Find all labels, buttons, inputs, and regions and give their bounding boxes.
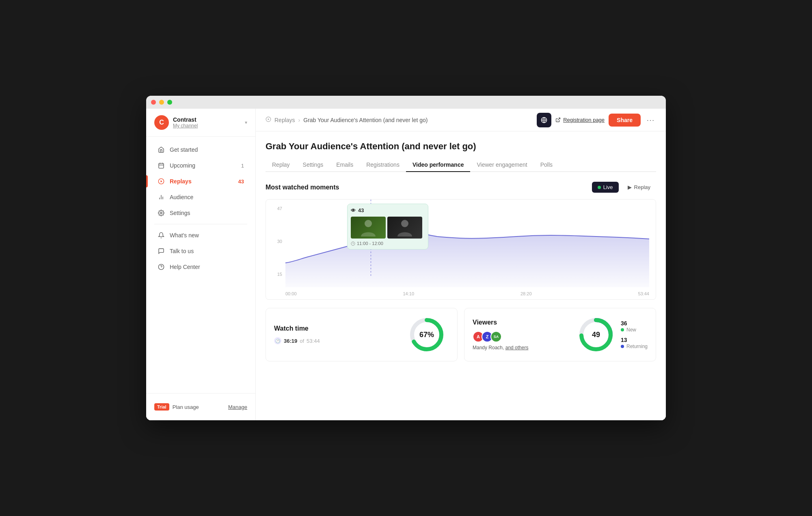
toggle-replay-label: Replay [634, 184, 650, 190]
sidebar-item-replays[interactable]: Replays 43 [149, 174, 252, 189]
y-label-30: 30 [277, 239, 282, 244]
trial-badge: Trial [154, 403, 169, 411]
viewers-names-text: Mandy Roach, [473, 345, 504, 350]
chart-toggle: Live ▶ Replay [592, 182, 656, 193]
brand-logo: C [154, 115, 169, 130]
breadcrumb-section[interactable]: Replays [274, 117, 295, 123]
viewers-donut: 49 [578, 316, 614, 353]
tooltip-count: 43 [358, 207, 364, 213]
calendar-icon [158, 162, 165, 169]
viewers-right: 49 36 New [578, 316, 648, 353]
watch-time-percentage: 67% [419, 331, 434, 339]
settings-icon [158, 209, 165, 217]
viewers-new-count: 36 [621, 320, 636, 327]
main-content: Replays › Grab Your Audience's Attention… [256, 109, 666, 420]
manage-link[interactable]: Manage [228, 404, 247, 410]
watch-time-donut: 67% [408, 316, 445, 353]
replay-arrow-icon: ▶ [628, 184, 632, 190]
watch-time-right: 67% [408, 316, 449, 353]
tooltip-thumb-1 [351, 217, 386, 239]
sidebar-item-get-started[interactable]: Get started [149, 142, 252, 157]
maximize-dot[interactable] [167, 100, 172, 105]
message-circle-icon [158, 247, 165, 255]
sidebar-item-audience-label: Audience [170, 194, 244, 200]
topbar-actions: Registration page Share ⋯ [537, 113, 656, 127]
watch-time-left: Watch time 🕐 36:19 of 53:44 [274, 325, 408, 344]
sidebar-item-audience[interactable]: Audience [149, 189, 252, 205]
app-window: C Contrast My channel ▾ Get started [146, 96, 666, 420]
close-dot[interactable] [151, 100, 156, 105]
viewers-title: Viewers [473, 319, 578, 326]
svg-rect-0 [159, 163, 164, 168]
sidebar-item-upcoming[interactable]: Upcoming 1 [149, 158, 252, 173]
globe-button[interactable] [537, 113, 551, 127]
viewers-and-others-link[interactable]: and others [505, 345, 529, 350]
sidebar-item-help-center-label: Help Center [170, 264, 244, 270]
clock-icon: 🕐 [274, 337, 281, 344]
more-options-button[interactable]: ⋯ [645, 114, 656, 127]
sidebar-item-upcoming-label: Upcoming [170, 162, 236, 169]
viewers-legend: 36 New 13 [621, 320, 648, 349]
viewers-names: Mandy Roach, and others [473, 345, 578, 350]
svg-marker-13 [268, 118, 270, 120]
viewers-returning-count: 13 [621, 337, 648, 343]
help-circle-icon [158, 263, 165, 271]
sidebar-item-whats-new-label: What's new [170, 232, 244, 239]
svg-point-18 [365, 220, 372, 227]
breadcrumb-page: Grab Your Audience's Attention (and neve… [303, 117, 428, 123]
tab-registrations[interactable]: Registrations [360, 158, 406, 172]
toggle-replay-button[interactable]: ▶ Replay [622, 182, 656, 193]
tab-polls[interactable]: Polls [534, 158, 559, 172]
sidebar-nav: Get started Upcoming 1 Replays 43 [146, 137, 255, 393]
app-body: C Contrast My channel ▾ Get started [146, 109, 666, 420]
viewers-new-label: New [626, 327, 636, 333]
watch-time-of: of [300, 338, 304, 344]
sidebar-divider [154, 224, 247, 224]
toggle-live-button[interactable]: Live [592, 182, 619, 193]
registration-page-button[interactable]: Registration page [555, 117, 605, 123]
returning-dot [621, 345, 624, 348]
tab-settings[interactable]: Settings [296, 158, 330, 172]
tab-video-performance[interactable]: Video performance [406, 158, 471, 172]
bar-chart-icon [158, 194, 165, 201]
tab-replay[interactable]: Replay [266, 158, 296, 172]
viewers-total: 49 [592, 331, 600, 339]
tabs: Replay Settings Emails Registrations Vid… [266, 158, 656, 172]
viewers-returning-label: Returning [626, 344, 648, 349]
x-label-0: 00:00 [285, 291, 297, 296]
tab-viewer-engagement[interactable]: Viewer engagement [470, 158, 533, 172]
topbar: Replays › Grab Your Audience's Attention… [256, 109, 666, 131]
watch-time-main: 36:19 [284, 338, 297, 344]
brand-channel[interactable]: My channel [173, 123, 241, 129]
brand-chevron-icon[interactable]: ▾ [245, 120, 247, 125]
toggle-live-label: Live [603, 184, 613, 190]
tab-emails[interactable]: Emails [330, 158, 360, 172]
upcoming-badge: 1 [241, 163, 244, 169]
watch-time-card: Watch time 🕐 36:19 of 53:44 [266, 308, 458, 361]
share-button[interactable]: Share [609, 114, 641, 127]
replays-nav-icon [266, 116, 271, 123]
chart-section-header: Most watched moments Live ▶ Replay [266, 182, 656, 193]
chart-svg [285, 206, 649, 287]
avatars-row: A Z SA [473, 331, 578, 342]
chart-x-labels: 00:00 14:10 28:20 53:44 [266, 289, 656, 299]
sidebar-item-help-center[interactable]: Help Center [149, 259, 252, 275]
svg-marker-5 [161, 180, 162, 182]
chart-tooltip: 👁 43 [347, 204, 428, 249]
tooltip-thumb-2 [387, 217, 422, 239]
sidebar-item-settings[interactable]: Settings [149, 205, 252, 221]
x-label-3: 53:44 [638, 291, 649, 296]
bell-icon [158, 232, 165, 239]
brand-name: Contrast [173, 116, 241, 123]
legend-new: 36 New [621, 320, 648, 333]
viewers-left: Viewers A Z SA Mandy Roach, and others [473, 319, 578, 350]
sidebar-item-talk-to-us[interactable]: Talk to us [149, 243, 252, 259]
sidebar-item-talk-to-us-label: Talk to us [170, 248, 244, 254]
chart-y-labels: 47 30 15 [266, 200, 285, 277]
eye-icon: 👁 [351, 208, 356, 213]
new-dot [621, 328, 624, 331]
minimize-dot[interactable] [159, 100, 164, 105]
sidebar-item-whats-new[interactable]: What's new [149, 228, 252, 243]
svg-line-16 [558, 118, 560, 120]
tooltip-thumbnails [351, 217, 425, 239]
